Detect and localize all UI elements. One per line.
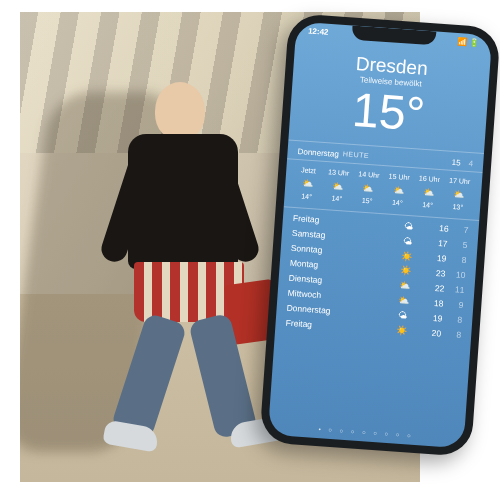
- weather-icon: 🌤: [388, 219, 429, 232]
- weather-icon: ⛅: [293, 177, 322, 192]
- weather-icon: ☀️: [385, 264, 426, 277]
- daily-forecast[interactable]: Freitag🌤167 Samstag🌤175 Sonntag☀️198 Mon…: [275, 207, 479, 344]
- today-tag: HEUTE: [343, 150, 370, 161]
- person-walking: [100, 82, 270, 452]
- weather-icon: 🌤: [382, 309, 423, 322]
- status-icons: 📶 🔋: [457, 37, 480, 48]
- phone-notch: [352, 26, 437, 46]
- hour-col: 16 Uhr⛅14°: [413, 173, 444, 211]
- weather-icon: ⛅: [384, 183, 413, 198]
- hour-col: 13 Uhr⛅14°: [322, 167, 353, 205]
- page-indicator[interactable]: • ○ ○ ○ ○ ○ ○ ○ ○: [268, 423, 464, 443]
- weather-icon: 🌤: [387, 234, 428, 247]
- weather-icon: ⛅: [383, 294, 424, 307]
- hour-col: 15 Uhr⛅14°: [383, 171, 414, 209]
- weather-icon: ☀️: [386, 249, 427, 262]
- weather-app-screen[interactable]: 12:42 📶 🔋 Dresden Teilweise bewölkt 15° …: [268, 22, 492, 449]
- today-low: 4: [468, 159, 473, 168]
- status-time: 12:42: [308, 26, 329, 36]
- weather-icon: ⛅: [384, 279, 425, 292]
- phone-mockup: 12:42 📶 🔋 Dresden Teilweise bewölkt 15° …: [259, 13, 500, 457]
- hour-col: 17 Uhr⛅13°: [443, 175, 474, 213]
- hour-col: Jetzt⛅14°: [292, 165, 323, 203]
- today-high: 15: [451, 158, 461, 168]
- weather-icon: ⛅: [353, 181, 382, 196]
- weather-icon: ⛅: [414, 185, 443, 200]
- weather-icon: ⛅: [323, 179, 352, 194]
- weather-icon: ⛅: [444, 187, 473, 202]
- hour-col: 14 Uhr⛅15°: [353, 169, 384, 207]
- weather-icon: ☀️: [381, 324, 422, 337]
- today-dayname: Donnerstag: [297, 147, 339, 159]
